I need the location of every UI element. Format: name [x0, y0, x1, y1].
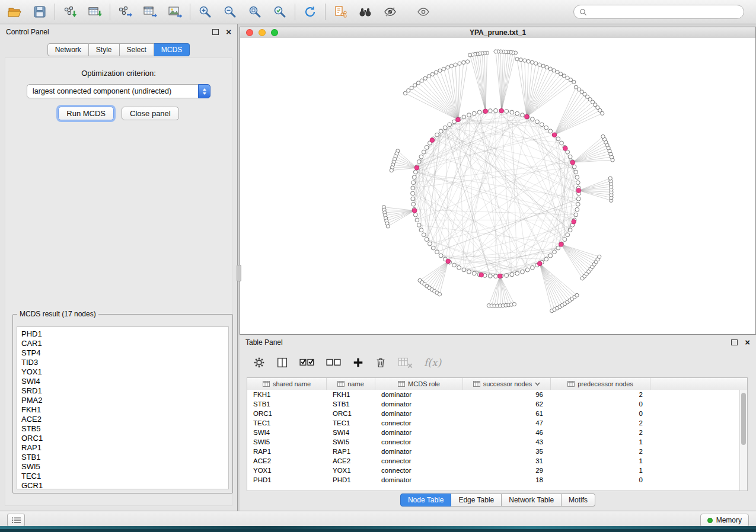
global-search-field[interactable]: [573, 5, 744, 19]
cell-mcds-role[interactable]: connector: [375, 437, 463, 447]
select-all-rows-button[interactable]: [299, 357, 315, 368]
cell-predecessor-nodes[interactable]: 2: [551, 390, 650, 399]
tab-motifs[interactable]: Motifs: [562, 493, 595, 507]
cell-shared-name[interactable]: ACE2: [247, 456, 327, 466]
mcds-result-item[interactable]: GCR1: [17, 481, 228, 489]
table-vertical-scrollbar[interactable]: [739, 390, 747, 491]
tab-node-table[interactable]: Node Table: [400, 493, 452, 507]
zoom-out-button[interactable]: [221, 3, 240, 21]
cell-successor-nodes[interactable]: 18: [463, 475, 551, 485]
cell-mcds-role[interactable]: dominator: [375, 399, 463, 409]
show-columns-button[interactable]: [276, 356, 289, 369]
table-row[interactable]: FKH1FKH1dominator962: [247, 390, 739, 399]
cell-name[interactable]: PHD1: [327, 475, 375, 485]
table-row[interactable]: ACE2ACE2connector311: [247, 456, 739, 466]
table-row[interactable]: SWI4SWI4dominator462: [247, 428, 739, 437]
cell-predecessor-nodes[interactable]: 1: [551, 456, 650, 466]
mcds-result-item[interactable]: TID3: [17, 358, 228, 367]
table-row[interactable]: TEC1TEC1connector472: [247, 418, 739, 428]
mcds-result-item[interactable]: YOX1: [17, 367, 228, 377]
table-settings-button[interactable]: [253, 356, 266, 369]
mcds-result-item[interactable]: STB5: [17, 424, 228, 434]
panel-splitter-handle[interactable]: [237, 265, 241, 281]
run-mcds-button[interactable]: Run MCDS: [58, 107, 114, 120]
cell-predecessor-nodes[interactable]: 0: [551, 409, 650, 418]
cell-mcds-role[interactable]: dominator: [375, 447, 463, 456]
mcds-result-item[interactable]: RAP1: [17, 443, 228, 453]
cell-shared-name[interactable]: ORC1: [247, 409, 327, 418]
export-network-button[interactable]: [116, 3, 135, 21]
float-panel-icon[interactable]: [212, 29, 219, 35]
clone-network-button[interactable]: [331, 3, 350, 21]
float-table-panel-icon[interactable]: [731, 339, 738, 345]
mcds-result-item[interactable]: FKH1: [17, 405, 228, 415]
task-history-button[interactable]: [7, 514, 25, 527]
cell-successor-nodes[interactable]: 31: [463, 456, 551, 466]
save-session-button[interactable]: [30, 3, 49, 21]
cell-successor-nodes[interactable]: 29: [463, 466, 551, 475]
mcds-result-item[interactable]: ACE2: [17, 415, 228, 424]
mcds-result-item[interactable]: STP4: [17, 348, 228, 358]
mcds-result-item[interactable]: PMA2: [17, 396, 228, 405]
cell-shared-name[interactable]: YOX1: [247, 466, 327, 475]
add-row-button[interactable]: [352, 357, 364, 368]
cell-predecessor-nodes[interactable]: 1: [551, 437, 650, 447]
table-row[interactable]: STB1STB1dominator620: [247, 399, 739, 409]
scrollbar-thumb[interactable]: [741, 393, 746, 445]
memory-button[interactable]: Memory: [700, 514, 749, 527]
tab-style[interactable]: Style: [89, 43, 120, 56]
import-table-button[interactable]: [85, 3, 104, 21]
tab-edge-table[interactable]: Edge Table: [451, 493, 502, 507]
close-window-icon[interactable]: [246, 29, 253, 36]
cell-shared-name[interactable]: RAP1: [247, 447, 327, 456]
cell-shared-name[interactable]: SWI4: [247, 428, 327, 437]
close-table-panel-icon[interactable]: ×: [745, 339, 750, 345]
cell-name[interactable]: FKH1: [327, 390, 375, 399]
cell-successor-nodes[interactable]: 62: [463, 399, 551, 409]
mcds-result-item[interactable]: CAR1: [17, 339, 228, 348]
table-row[interactable]: YOX1YOX1connector291: [247, 466, 739, 475]
mcds-result-item[interactable]: PHD1: [17, 329, 228, 339]
open-session-button[interactable]: [5, 3, 24, 21]
cell-predecessor-nodes[interactable]: 0: [551, 399, 650, 409]
cell-shared-name[interactable]: PHD1: [247, 475, 327, 485]
show-hide-button[interactable]: [414, 3, 433, 21]
cell-name[interactable]: SWI4: [327, 428, 375, 437]
deselect-all-rows-button[interactable]: [326, 357, 342, 368]
column-header-successor-nodes[interactable]: successor nodes: [463, 378, 551, 390]
cell-name[interactable]: YOX1: [327, 466, 375, 475]
cell-successor-nodes[interactable]: 46: [463, 428, 551, 437]
cell-name[interactable]: STB1: [327, 399, 375, 409]
cell-shared-name[interactable]: FKH1: [247, 390, 327, 399]
cell-shared-name[interactable]: TEC1: [247, 418, 327, 428]
delete-rows-button[interactable]: [374, 356, 387, 369]
cell-mcds-role[interactable]: dominator: [375, 428, 463, 437]
mcds-result-item[interactable]: SWI4: [17, 377, 228, 386]
table-row[interactable]: PHD1PHD1dominator180: [247, 475, 739, 485]
mcds-result-item[interactable]: SRD1: [17, 386, 228, 396]
table-row[interactable]: SWI5SWI5connector431: [247, 437, 739, 447]
mcds-result-list[interactable]: PHD1CAR1STP4TID3YOX1SWI4SRD1PMA2FKH1ACE2…: [17, 326, 229, 489]
search-input[interactable]: [591, 7, 738, 17]
cell-predecessor-nodes[interactable]: 2: [551, 447, 650, 456]
minimize-window-icon[interactable]: [259, 29, 266, 36]
cell-predecessor-nodes[interactable]: 0: [551, 475, 650, 485]
tab-network[interactable]: Network: [47, 43, 89, 56]
cell-shared-name[interactable]: SWI5: [247, 437, 327, 447]
tab-mcds[interactable]: MCDS: [154, 43, 190, 56]
table-row[interactable]: RAP1RAP1dominator352: [247, 447, 739, 456]
cell-name[interactable]: RAP1: [327, 447, 375, 456]
apply-layout-button[interactable]: [301, 3, 320, 21]
cell-predecessor-nodes[interactable]: 2: [551, 428, 650, 437]
cell-mcds-role[interactable]: connector: [375, 456, 463, 466]
table-row[interactable]: ORC1ORC1dominator610: [247, 409, 739, 418]
cell-name[interactable]: SWI5: [327, 437, 375, 447]
cell-predecessor-nodes[interactable]: 2: [551, 418, 650, 428]
column-header-mcds-role[interactable]: MCDS role: [375, 378, 463, 390]
cell-successor-nodes[interactable]: 43: [463, 437, 551, 447]
annotation-mode-button[interactable]: [381, 3, 400, 21]
mcds-result-item[interactable]: STB1: [17, 453, 228, 462]
cell-successor-nodes[interactable]: 47: [463, 418, 551, 428]
tab-select[interactable]: Select: [120, 43, 154, 56]
network-canvas[interactable]: [240, 38, 755, 334]
